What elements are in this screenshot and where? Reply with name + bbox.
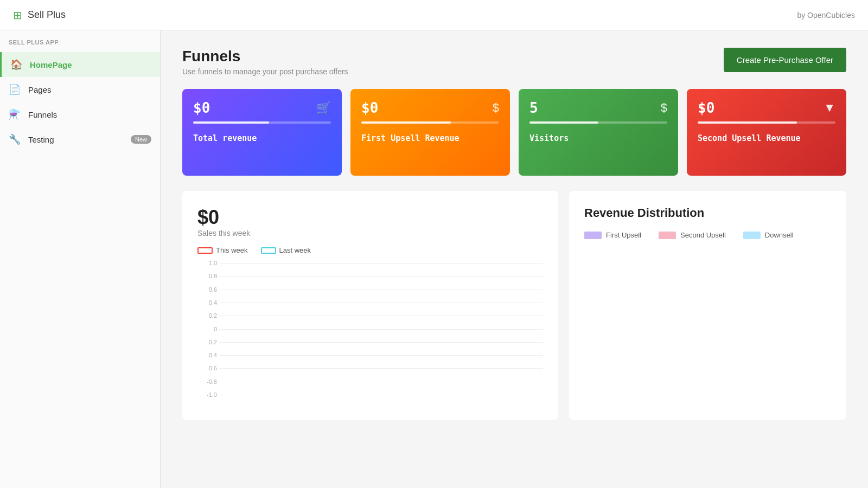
stat-card-top: $0 🛒	[193, 100, 331, 116]
stat-progress-fill	[698, 121, 797, 124]
legend-last-week: Last week	[261, 246, 311, 254]
y-label-04: 0.4	[197, 299, 217, 306]
grid-line	[219, 276, 543, 277]
grid-line	[219, 316, 543, 316]
grid-line	[219, 329, 543, 330]
y-axis: 1.0 0.8 0.6 0.4 0.2 0 -0.2 -0.4 -0.6 -0.…	[197, 263, 217, 409]
y-label-n10: -1.0	[197, 391, 217, 398]
rev-legend-box-pink	[659, 232, 676, 239]
legend-box-red	[197, 247, 213, 254]
rev-legend-label-first-upsell: First Upsell	[606, 231, 641, 239]
funnels-title-block: Funnels Use funnels to manage your post …	[182, 48, 348, 76]
grid-line	[219, 342, 543, 343]
chart-subtitle: Sales this week	[197, 229, 543, 237]
grid-line	[219, 290, 543, 290]
stat-value-second-upsell: $0	[698, 100, 714, 116]
chart-big-value: $0	[197, 206, 543, 229]
stat-progress-second-upsell	[698, 121, 835, 124]
y-label-0: 0	[197, 326, 217, 332]
y-label-n06: -0.6	[197, 365, 217, 371]
chart-grid	[219, 263, 543, 409]
grid-line	[219, 303, 543, 303]
y-label-06: 0.6	[197, 286, 217, 293]
stat-card-top: $0 ▼	[698, 100, 835, 116]
topbar-left: ⊞ Sell Plus	[13, 9, 66, 22]
grid-line	[219, 355, 543, 356]
stat-card-top: 5 $	[529, 100, 667, 116]
y-label-10: 1.0	[197, 260, 217, 266]
testing-badge: New	[131, 135, 151, 144]
rev-legend-downsell: Downsell	[743, 231, 794, 239]
sidebar-item-label: Pages	[28, 85, 52, 94]
sidebar-item-label: Testing	[28, 135, 54, 144]
sidebar-section-label: SELL PLUS APP	[0, 39, 160, 52]
stat-cards-row: $0 🛒 Total revenue $0 $ First Upsell Rev…	[182, 89, 846, 176]
rev-legend-first-upsell: First Upsell	[584, 231, 641, 239]
create-pre-purchase-button[interactable]: Create Pre-Purchase Offer	[724, 48, 846, 72]
legend-label-this-week: This week	[216, 246, 248, 254]
cart-icon: 🛒	[316, 101, 331, 115]
stat-card-top: $0 $	[361, 100, 499, 116]
sales-chart-card: $0 Sales this week This week Last week	[182, 191, 558, 420]
sidebar-item-homepage[interactable]: 🏠 HomePage	[0, 52, 160, 77]
topbar-attribution: by OpenCubicles	[797, 11, 855, 20]
y-label-08: 0.8	[197, 273, 217, 279]
testing-icon: 🔧	[9, 133, 21, 145]
rev-legend-box-blue	[743, 232, 761, 239]
funnels-header: Funnels Use funnels to manage your post …	[182, 48, 846, 76]
stat-progress-fill	[193, 121, 269, 124]
rev-dist-title: Revenue Distribution	[584, 206, 831, 220]
stat-card-visitors: 5 $ Visitors	[519, 89, 678, 176]
chart-legend: This week Last week	[197, 246, 543, 254]
rev-legend: First Upsell Second Upsell Downsell	[584, 231, 831, 239]
rev-legend-label-downsell: Downsell	[765, 231, 794, 239]
legend-this-week: This week	[197, 246, 248, 254]
dollar-icon-green: $	[661, 101, 667, 115]
legend-box-cyan	[261, 247, 276, 254]
rev-legend-box-purple	[584, 232, 602, 239]
y-label-n08: -0.8	[197, 378, 217, 385]
stat-value-total-revenue: $0	[193, 100, 210, 116]
charts-row: $0 Sales this week This week Last week	[182, 191, 846, 420]
stat-value-first-upsell: $0	[361, 100, 378, 116]
stat-label-second-upsell: Second Upsell Revenue	[698, 133, 835, 143]
stat-label-visitors: Visitors	[529, 133, 667, 143]
funnels-title: Funnels	[182, 48, 348, 65]
funnels-subtitle: Use funnels to manage your post purchase…	[182, 67, 348, 76]
stat-value-visitors: 5	[529, 100, 538, 116]
grid-line	[219, 382, 543, 382]
stat-progress-first-upsell	[361, 121, 499, 124]
pages-icon: 📄	[9, 84, 21, 95]
y-label-n04: -0.4	[197, 352, 217, 358]
rev-legend-label-second-upsell: Second Upsell	[680, 231, 726, 239]
sidebar-item-funnels[interactable]: ⚗️ Funnels	[0, 102, 160, 127]
y-label-n02: -0.2	[197, 339, 217, 345]
stat-progress-fill	[361, 121, 451, 124]
sidebar: SELL PLUS APP 🏠 HomePage 📄 Pages ⚗️ Funn…	[0, 30, 161, 488]
home-icon: 🏠	[10, 59, 22, 70]
y-label-02: 0.2	[197, 312, 217, 319]
logo-icon: ⊞	[13, 9, 22, 22]
stat-card-second-upsell: $0 ▼ Second Upsell Revenue	[687, 89, 846, 176]
stat-card-first-upsell: $0 $ First Upsell Revenue	[350, 89, 510, 176]
chart-area: 1.0 0.8 0.6 0.4 0.2 0 -0.2 -0.4 -0.6 -0.…	[197, 263, 543, 409]
funnels-icon: ⚗️	[9, 108, 21, 120]
sidebar-item-pages[interactable]: 📄 Pages	[0, 77, 160, 102]
app-title: Sell Plus	[28, 9, 66, 21]
stat-label-first-upsell: First Upsell Revenue	[361, 133, 499, 143]
stat-card-total-revenue: $0 🛒 Total revenue	[182, 89, 342, 176]
stat-progress-total-revenue	[193, 121, 331, 124]
stat-progress-visitors	[529, 121, 667, 124]
sidebar-item-testing[interactable]: 🔧 Testing New	[0, 127, 160, 152]
stat-label-total-revenue: Total revenue	[193, 133, 331, 143]
layout: SELL PLUS APP 🏠 HomePage 📄 Pages ⚗️ Funn…	[0, 30, 868, 488]
grid-line	[219, 395, 543, 395]
filter-icon: ▼	[824, 101, 835, 115]
sidebar-item-label: HomePage	[30, 60, 72, 69]
topbar: ⊞ Sell Plus by OpenCubicles	[0, 0, 868, 30]
sidebar-item-label: Funnels	[28, 110, 57, 119]
grid-line	[219, 368, 543, 369]
main-content: Funnels Use funnels to manage your post …	[161, 30, 868, 488]
grid-line	[219, 263, 543, 264]
stat-progress-fill	[529, 121, 598, 124]
